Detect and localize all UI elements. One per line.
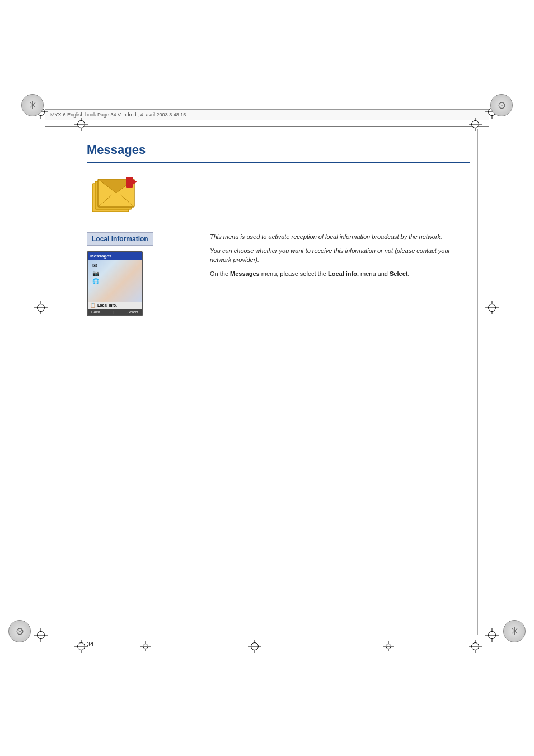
left-border-line [76,129,76,635]
phone-menu-item-3: 🌐 [90,278,139,285]
reg-mark-bottom-middle-right [380,638,397,655]
sunburst-top-left: ✳ [21,94,44,116]
header-text: MYX-6 English.book Page 34 Vendredi, 4. … [50,112,186,118]
local-info-label: Local information [87,232,153,246]
messages-icon-area [87,171,154,221]
phone-menu-item-1: ✉ [90,262,139,269]
sunburst-top-right: ⊙ [490,94,513,116]
phone-footer-buttons: Back | Select [88,309,142,315]
local-info-right-panel: This menu is used to activate reception … [210,232,470,316]
reg-mark-bottom-right-inner [467,638,484,655]
messages-envelope-icon [90,173,151,218]
phone-menu-item-2: 📷 [90,270,139,277]
phone-select-button: Select [128,310,138,314]
reg-mark-top-right-inner [467,116,484,133]
svg-marker-6 [133,179,137,185]
title-underline [87,162,470,163]
bottom-border-line [45,636,489,636]
description-text-1: This menu is used to activate reception … [210,232,470,265]
page-title: Messages [87,143,146,157]
phone-screen-header: Messages [88,252,142,260]
top-border-line [45,126,489,127]
page-number: 34 [87,641,93,647]
reg-mark-bottom-left-outer [32,627,49,644]
phone-screen-body: ✉ 📷 🌐 [88,260,142,302]
phone-back-button: Back [91,310,100,314]
local-info-left-panel: Local information Messages ✉ 📷 [87,232,199,316]
svg-rect-5 [126,177,133,188]
reg-mark-middle-right [484,299,500,316]
reg-mark-middle-left [32,299,49,316]
reg-mark-bottom-middle-left [137,638,154,655]
phone-screen-mockup: Messages ✉ 📷 🌐 [87,251,143,316]
reg-mark-bottom-middle [246,638,263,655]
sunburst-bottom-right: ✳ [503,620,526,642]
header-strip: MYX-6 English.book Page 34 Vendredi, 4. … [45,109,489,120]
reg-mark-bottom-right-outer [484,627,500,644]
phone-local-info-label: 📋 Local info. [88,302,142,309]
right-border-line [477,129,478,635]
description-text-2: On the Messages menu, please select the … [210,269,470,279]
local-info-section: Local information Messages ✉ 📷 [87,232,470,316]
reg-mark-top-left-inner [73,116,90,133]
sunburst-bottom-left: ⊛ [8,620,31,642]
